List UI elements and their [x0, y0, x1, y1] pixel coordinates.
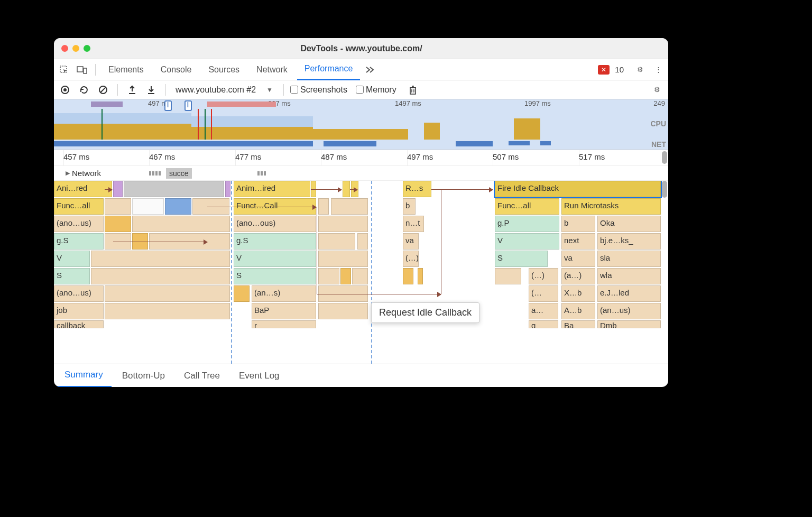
flame-block[interactable]: Func…all — [54, 198, 104, 215]
upload-icon[interactable] — [124, 82, 140, 98]
flame-block[interactable] — [318, 233, 355, 250]
tab-network[interactable]: Network — [249, 59, 295, 80]
error-badge[interactable]: ✕ — [598, 65, 610, 75]
overview-pane[interactable]: 497 ms 997 ms 1497 ms 1997 ms 249 CPU NE… — [54, 99, 668, 150]
flame-block[interactable] — [403, 268, 413, 284]
flame-block[interactable] — [318, 303, 368, 319]
screenshots-checkbox[interactable]: Screenshots — [290, 85, 347, 95]
flame-block[interactable] — [318, 251, 368, 267]
flame-block[interactable] — [225, 181, 230, 197]
flame-block[interactable]: R…s — [403, 181, 431, 197]
flame-block[interactable]: Ani…red — [54, 181, 112, 197]
flame-block[interactable]: (an…s) — [252, 285, 316, 302]
flame-block[interactable]: va — [403, 233, 419, 250]
flame-block[interactable]: Func…all — [495, 198, 559, 215]
flame-block[interactable]: callback — [54, 320, 104, 328]
flame-block[interactable]: sla — [597, 251, 661, 267]
flame-block[interactable]: (…) — [403, 251, 419, 267]
flame-block[interactable]: S — [234, 268, 316, 284]
tab-bottomup[interactable]: Bottom-Up — [114, 364, 173, 387]
flame-block[interactable] — [318, 216, 368, 232]
recording-select[interactable]: www.youtube.com #2 — [172, 85, 259, 95]
flame-block[interactable]: Anim…ired — [234, 181, 310, 197]
ruler[interactable]: 457 ms 467 ms 477 ms 487 ms 497 ms 507 m… — [54, 150, 668, 166]
tab-console[interactable]: Console — [153, 59, 199, 80]
flame-block[interactable] — [418, 268, 423, 284]
flame-block[interactable] — [105, 285, 230, 302]
flame-block[interactable]: X…b — [561, 285, 595, 302]
expand-icon[interactable]: ▶ — [66, 170, 70, 177]
record-icon[interactable] — [57, 82, 73, 98]
network-row[interactable]: ▶ Network succe — [54, 166, 668, 181]
flame-block[interactable]: g.S — [54, 233, 104, 250]
flame-block[interactable] — [105, 216, 131, 232]
flame-block[interactable]: Dmb — [597, 320, 661, 328]
flame-block[interactable]: a… — [529, 303, 558, 319]
flame-block[interactable]: next — [561, 233, 595, 250]
inspect-icon[interactable] — [56, 62, 72, 78]
flame-block[interactable] — [352, 268, 368, 284]
flame-block[interactable] — [132, 216, 230, 232]
flame-block[interactable] — [234, 285, 250, 302]
device-icon[interactable] — [74, 62, 90, 78]
flame-block[interactable] — [357, 233, 368, 250]
memory-checkbox[interactable]: Memory — [356, 85, 396, 95]
flame-block[interactable] — [113, 181, 123, 197]
gc-icon[interactable] — [405, 82, 421, 98]
tab-sources[interactable]: Sources — [201, 59, 247, 80]
flame-block[interactable] — [132, 198, 164, 215]
settings-icon[interactable]: ⚙ — [632, 62, 648, 78]
flame-block-selected[interactable]: Fire Idle Callback — [495, 181, 661, 197]
perf-settings-icon[interactable]: ⚙ — [649, 82, 665, 98]
flame-chart[interactable]: Ani…red Anim…ired R…s Fire Idle Callback… — [54, 181, 668, 364]
flame-block[interactable]: (…) — [529, 268, 558, 284]
flame-block[interactable]: (a…) — [561, 268, 595, 284]
flame-block[interactable]: (an…us) — [597, 303, 661, 319]
clear-icon[interactable] — [95, 82, 111, 98]
flame-block[interactable]: b — [403, 198, 416, 215]
tab-performance[interactable]: Performance — [297, 59, 361, 80]
flame-block[interactable]: Run Microtasks — [561, 198, 661, 215]
flame-block[interactable]: Ba — [561, 320, 595, 328]
kebab-icon[interactable]: ⋮ — [650, 62, 666, 78]
more-tabs-icon[interactable] — [362, 62, 378, 78]
ruler-scrollbar[interactable] — [661, 150, 668, 165]
flame-block[interactable]: BaP — [252, 303, 316, 319]
flame-block[interactable]: e.J…led — [597, 285, 661, 302]
flame-block[interactable]: b — [561, 216, 595, 232]
tab-eventlog[interactable]: Event Log — [230, 364, 288, 387]
chevron-down-icon[interactable]: ▼ — [266, 86, 273, 94]
minimize-icon[interactable] — [72, 45, 79, 52]
flame-block[interactable]: q — [529, 320, 558, 328]
overview-handle-right[interactable]: || — [184, 100, 192, 111]
close-icon[interactable] — [61, 45, 68, 52]
flame-block[interactable] — [495, 268, 521, 284]
net-pill[interactable]: succe — [166, 168, 192, 179]
flame-scrollbar[interactable] — [661, 181, 668, 364]
flame-block[interactable] — [91, 268, 230, 284]
tab-calltree[interactable]: Call Tree — [176, 364, 228, 387]
flame-block[interactable]: Oka — [597, 216, 661, 232]
flame-block[interactable]: bj.e…ks_ — [597, 233, 661, 250]
flame-block[interactable]: (ano…ous) — [234, 216, 316, 232]
flame-block[interactable]: (ano…us) — [54, 216, 104, 232]
zoom-icon[interactable] — [84, 45, 90, 52]
tab-elements[interactable]: Elements — [101, 59, 151, 80]
flame-block[interactable] — [105, 303, 230, 319]
flame-block[interactable]: V — [54, 251, 90, 267]
flame-block[interactable] — [331, 198, 368, 215]
flame-block[interactable] — [340, 268, 351, 284]
flame-block[interactable] — [124, 181, 224, 197]
flame-block[interactable]: n…t — [403, 216, 424, 232]
overview-handle-left[interactable]: || — [164, 100, 172, 111]
flame-block[interactable]: A…b — [561, 303, 595, 319]
tab-summary[interactable]: Summary — [56, 364, 112, 387]
flame-block[interactable]: S — [495, 251, 548, 267]
flame-block[interactable] — [105, 198, 131, 215]
flame-block[interactable] — [318, 268, 339, 284]
flame-block[interactable] — [343, 181, 350, 197]
flame-block[interactable]: (ano…us) — [54, 285, 104, 302]
flame-block[interactable]: wla — [597, 268, 661, 284]
flame-block[interactable]: V — [234, 251, 316, 267]
flame-block[interactable] — [318, 198, 329, 215]
